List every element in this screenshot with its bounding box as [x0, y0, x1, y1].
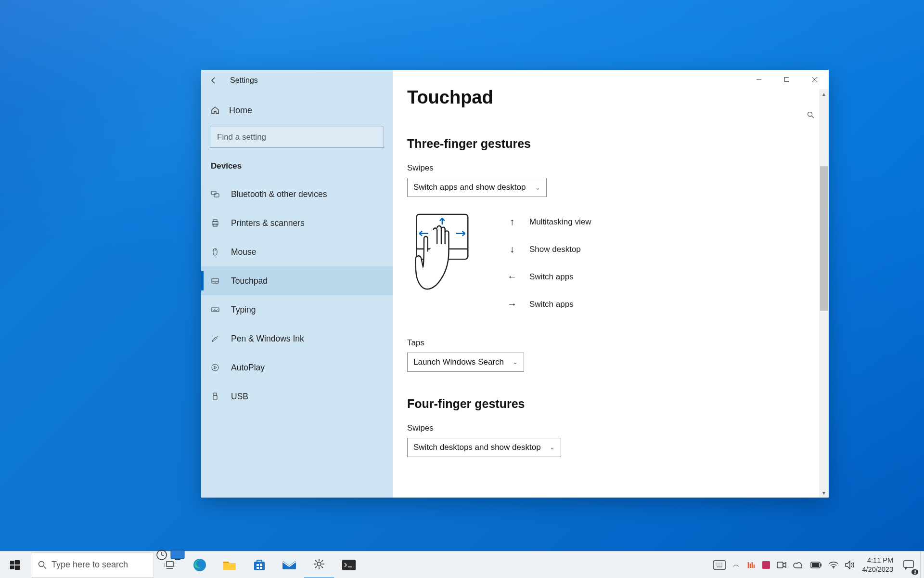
svg-rect-11 [213, 395, 217, 400]
system-tray: ︿ 4:11 PM 4/20/2023 3 [710, 552, 924, 578]
gesture-label: Multitasking view [529, 217, 591, 227]
taskbar-search[interactable]: Type here to search [31, 552, 154, 578]
gesture-label: Switch apps [529, 272, 574, 282]
windows-icon [10, 560, 20, 570]
taskview-icon [165, 561, 175, 569]
combo-value: Switch apps and show desktop [413, 183, 526, 192]
category-label: Devices [211, 161, 393, 171]
svg-rect-10 [214, 393, 217, 395]
mouse-icon [211, 248, 221, 256]
sidebar-item-touchpad[interactable]: Touchpad [201, 266, 393, 295]
arrow-up-icon: ↑ [507, 216, 517, 227]
close-button[interactable] [801, 70, 829, 89]
tray-volume[interactable] [842, 552, 858, 578]
search-input[interactable] [210, 127, 384, 148]
pen-icon [211, 334, 221, 343]
three-swipes-combo[interactable]: Switch apps and show desktop ⌄ [407, 178, 547, 197]
gesture-diagram-block: ↑ Multitasking view ↓ Show desktop ← Swi… [407, 212, 814, 329]
minimize-button[interactable] [745, 70, 773, 89]
camera-icon [777, 561, 786, 569]
chevron-down-icon: ⌄ [513, 358, 518, 366]
maximize-button[interactable] [773, 70, 801, 89]
tray-onedrive[interactable] [790, 552, 807, 578]
swipes-label: Swipes [407, 163, 814, 173]
sidebar-home[interactable]: Home [201, 99, 393, 122]
show-desktop-button[interactable] [920, 552, 924, 578]
taskbar-app-settings[interactable] [304, 552, 334, 578]
app-icon [747, 561, 756, 569]
notification-badge: 3 [911, 569, 918, 575]
tray-meet-now[interactable] [773, 552, 790, 578]
scrollbar[interactable]: ▲ ▼ [819, 89, 829, 498]
taskbar-app-store[interactable] [244, 552, 274, 578]
taskbar: Type here to search ︿ 4:1 [0, 551, 924, 578]
usb-icon [211, 392, 221, 401]
four-swipes-combo[interactable]: Switch desktops and show desktop ⌄ [407, 438, 561, 457]
nav-list: Bluetooth & other devices Printers & sca… [201, 180, 393, 411]
svg-rect-28 [260, 567, 262, 569]
sidebar-item-label: Printers & scanners [231, 218, 305, 228]
home-icon [211, 106, 220, 115]
gesture-down: ↓ Show desktop [507, 244, 591, 255]
arrow-down-icon: ↓ [507, 244, 517, 255]
sidebar-item-pen[interactable]: Pen & Windows Ink [201, 324, 393, 353]
taskbar-clock[interactable]: 4:11 PM 4/20/2023 [858, 556, 897, 574]
notification-icon [903, 560, 914, 570]
taskbar-app-edge[interactable] [185, 552, 215, 578]
sidebar-item-usb[interactable]: USB [201, 382, 393, 411]
taskbar-app-explorer[interactable] [215, 552, 244, 578]
svg-rect-25 [257, 564, 259, 566]
wifi-icon [829, 561, 838, 569]
taskbar-app-terminal[interactable] [334, 552, 364, 578]
back-button[interactable] [204, 71, 223, 90]
scroll-up-icon[interactable]: ▲ [819, 89, 829, 99]
svg-rect-4 [213, 220, 217, 222]
svg-point-18 [39, 561, 44, 566]
tray-app1[interactable] [744, 552, 759, 578]
svg-rect-1 [211, 191, 216, 195]
tray-overflow[interactable]: ︿ [729, 552, 744, 578]
desktop-widget [156, 549, 185, 561]
three-taps-combo[interactable]: Launch Windows Search ⌄ [407, 353, 524, 372]
clock-time: 4:11 PM [867, 556, 893, 565]
svg-point-30 [317, 562, 321, 566]
svg-rect-34 [777, 562, 783, 568]
keyboard-icon [211, 305, 221, 314]
arrow-right-icon: → [507, 299, 517, 310]
store-icon [253, 559, 266, 571]
tray-battery[interactable] [807, 552, 825, 578]
svg-point-9 [212, 364, 218, 371]
arrow-left-icon [210, 77, 218, 84]
sidebar-item-label: Mouse [231, 247, 257, 257]
scroll-thumb[interactable] [820, 166, 828, 311]
speaker-icon [845, 561, 855, 569]
mail-icon [282, 559, 296, 571]
sidebar-item-autoplay[interactable]: AutoPlay [201, 353, 393, 382]
svg-rect-15 [15, 560, 20, 565]
sidebar-item-bluetooth[interactable]: Bluetooth & other devices [201, 180, 393, 209]
scroll-down-icon[interactable]: ▼ [819, 488, 829, 498]
cloud-icon [793, 561, 804, 569]
gesture-up: ↑ Multitasking view [507, 216, 591, 227]
sidebar-item-mouse[interactable]: Mouse [201, 237, 393, 266]
svg-rect-2 [214, 194, 219, 197]
chevron-down-icon: ⌄ [550, 444, 555, 451]
tray-app2[interactable] [759, 552, 773, 578]
action-center-button[interactable]: 3 [897, 552, 920, 578]
sidebar-item-label: USB [231, 392, 248, 402]
monitor-icon [170, 549, 185, 561]
svg-rect-27 [257, 567, 259, 569]
sidebar-item-typing[interactable]: Typing [201, 295, 393, 324]
tray-wifi[interactable] [825, 552, 842, 578]
taskbar-app-mail[interactable] [274, 552, 304, 578]
svg-rect-12 [785, 78, 789, 82]
svg-point-38 [833, 567, 834, 568]
svg-rect-31 [342, 560, 356, 570]
sidebar-item-label: Touchpad [231, 276, 268, 286]
sidebar-item-printers[interactable]: Printers & scanners [201, 209, 393, 237]
tray-ime[interactable] [710, 552, 729, 578]
svg-rect-8 [211, 308, 219, 312]
gear-icon [313, 558, 325, 570]
window-controls [745, 70, 829, 89]
start-button[interactable] [0, 552, 30, 578]
